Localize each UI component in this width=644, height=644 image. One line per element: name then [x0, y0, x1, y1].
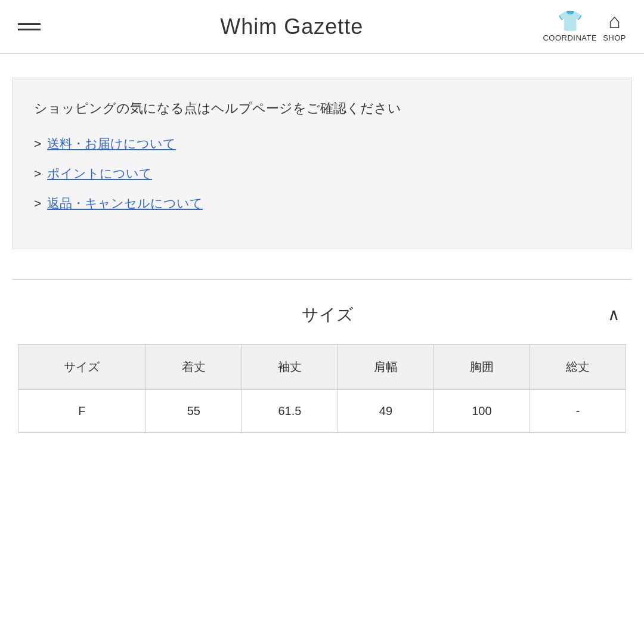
header-center: Whim Gazette: [41, 14, 543, 39]
home-icon: ⌂: [608, 11, 621, 31]
main-content: ショッピングの気になる点はヘルプページをご確認ください > 送料・お届けについて…: [0, 54, 644, 433]
info-box: ショッピングの気になる点はヘルプページをご確認ください > 送料・お届けについて…: [12, 78, 632, 249]
link-item-shipping: > 送料・お届けについて: [34, 135, 610, 152]
col-header-munei: 胸囲: [434, 345, 530, 390]
col-header-sodedake: 袖丈: [242, 345, 338, 390]
cell-katahaba: 49: [338, 390, 434, 433]
size-table-header-row: サイズ 着丈 袖丈 肩幅 胸囲 総丈: [18, 345, 626, 390]
cell-kitate: 55: [145, 390, 242, 433]
cell-size: F: [18, 390, 146, 433]
link-item-returns: > 返品・キャンセルについて: [34, 195, 610, 212]
link-prefix-3: >: [34, 196, 45, 210]
header-right: 👕 COORDINATE ⌂ SHOP: [543, 11, 626, 42]
size-table: サイズ 着丈 袖丈 肩幅 胸囲 総丈 F 55 61.5 49 100 -: [18, 344, 626, 433]
col-header-katahaba: 肩幅: [338, 345, 434, 390]
size-section-header: サイズ ∧: [18, 304, 626, 326]
col-header-size: サイズ: [18, 345, 146, 390]
size-section-title: サイズ: [48, 304, 608, 326]
cell-sodake: -: [530, 390, 626, 433]
shipping-link[interactable]: 送料・お届けについて: [47, 137, 176, 150]
returns-link[interactable]: 返品・キャンセルについて: [47, 196, 203, 210]
cell-sodedake: 61.5: [242, 390, 338, 433]
hamburger-line-1: [18, 23, 41, 25]
link-prefix-1: >: [34, 137, 45, 150]
coordinate-nav[interactable]: 👕 COORDINATE: [543, 11, 597, 42]
col-header-sodake: 総丈: [530, 345, 626, 390]
size-table-head: サイズ 着丈 袖丈 肩幅 胸囲 総丈: [18, 345, 626, 390]
collapse-icon[interactable]: ∧: [608, 306, 620, 323]
hamburger-line-2: [18, 29, 41, 30]
size-table-body: F 55 61.5 49 100 -: [18, 390, 626, 433]
info-box-title: ショッピングの気になる点はヘルプページをご確認ください: [34, 100, 610, 117]
link-prefix-2: >: [34, 166, 45, 180]
coordinate-label: COORDINATE: [543, 33, 597, 42]
shop-nav[interactable]: ⌂ SHOP: [603, 11, 626, 42]
link-item-points: > ポイントについて: [34, 165, 610, 182]
col-header-kitate: 着丈: [145, 345, 242, 390]
shop-label: SHOP: [603, 33, 626, 42]
hanger-icon: 👕: [558, 11, 583, 31]
hamburger-menu[interactable]: [18, 23, 41, 30]
header: Whim Gazette 👕 COORDINATE ⌂ SHOP: [0, 0, 644, 54]
table-row: F 55 61.5 49 100 -: [18, 390, 626, 433]
size-section: サイズ ∧ サイズ 着丈 袖丈 肩幅 胸囲 総丈 F 55 61.5: [12, 304, 632, 433]
site-title: Whim Gazette: [220, 14, 363, 39]
section-divider: [12, 279, 632, 280]
cell-munei: 100: [434, 390, 530, 433]
points-link[interactable]: ポイントについて: [47, 166, 152, 180]
